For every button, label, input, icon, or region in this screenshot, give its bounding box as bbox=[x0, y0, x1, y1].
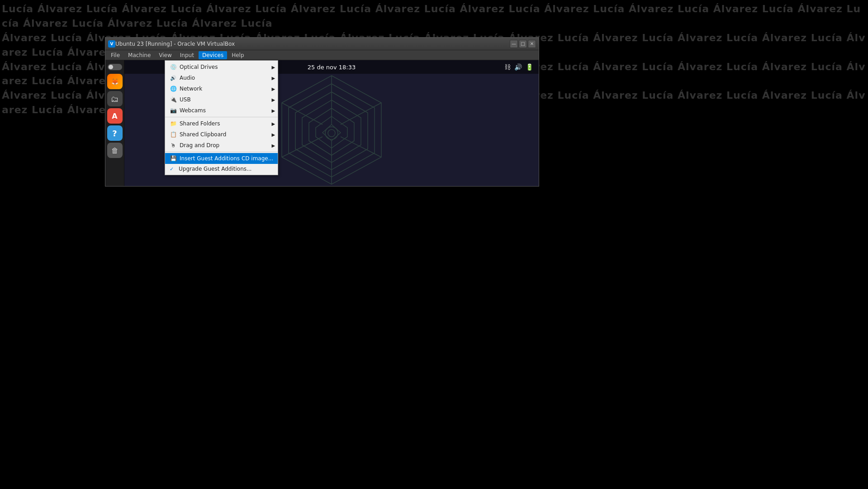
webcams-label: Webcams bbox=[180, 107, 206, 114]
dock-app-appstore[interactable]: A bbox=[107, 108, 123, 124]
usb-icon: 🔌 bbox=[170, 96, 177, 103]
volume-status-icon: 🔊 bbox=[514, 63, 522, 71]
shared-clipboard-icon: 📋 bbox=[170, 131, 177, 138]
optical-drives-label: Optical Drives bbox=[180, 64, 218, 70]
menu-item-insert-guest-additions[interactable]: 💾 Insert Guest Additions CD image... bbox=[165, 153, 278, 164]
network-label: Network bbox=[180, 86, 202, 92]
upgrade-ga-label: Upgrade Guest Additions... bbox=[179, 166, 251, 172]
menu-machine[interactable]: Machine bbox=[124, 51, 154, 59]
dock-app-help[interactable]: ? bbox=[107, 125, 123, 141]
menu-view[interactable]: View bbox=[155, 51, 175, 59]
upgrade-ga-checkmark: ✓ bbox=[170, 166, 176, 172]
network-status-icon: ⛓ bbox=[504, 63, 511, 71]
drag-drop-label: Drag and Drop bbox=[180, 142, 219, 149]
drag-drop-arrow: ▶ bbox=[271, 143, 275, 148]
insert-ga-icon: 💾 bbox=[170, 155, 177, 162]
shared-folders-label: Shared Folders bbox=[180, 120, 220, 127]
maximize-button[interactable]: □ bbox=[519, 40, 527, 48]
menu-item-shared-folders[interactable]: 📁 Shared Folders ▶ bbox=[165, 118, 278, 129]
usb-label: USB bbox=[180, 96, 191, 103]
menu-file[interactable]: File bbox=[107, 51, 123, 59]
menu-input[interactable]: Input bbox=[176, 51, 198, 59]
shared-clipboard-arrow: ▶ bbox=[271, 132, 275, 137]
svg-point-14 bbox=[325, 127, 338, 139]
audio-label: Audio bbox=[180, 75, 195, 81]
menu-help[interactable]: Help bbox=[228, 51, 247, 59]
menu-item-usb[interactable]: 🔌 USB ▶ bbox=[165, 94, 278, 105]
audio-arrow: ▶ bbox=[271, 76, 275, 81]
vm-datetime: 25 de nov 18:33 bbox=[308, 64, 356, 71]
vm-status-icons: ⛓ 🔊 🔋 bbox=[504, 63, 533, 71]
title-bar: V Ubuntu 23 [Running] - Oracle VM Virtua… bbox=[105, 38, 539, 50]
close-button[interactable]: ✕ bbox=[528, 40, 536, 48]
menu-item-optical-drives[interactable]: 💿 Optical Drives ▶ bbox=[165, 62, 278, 72]
separator-2 bbox=[165, 152, 278, 152]
menu-item-drag-drop[interactable]: 🖱 Drag and Drop ▶ bbox=[165, 140, 278, 151]
svg-point-13 bbox=[328, 129, 335, 137]
dock-toggle[interactable] bbox=[108, 64, 122, 70]
menu-item-webcams[interactable]: 📷 Webcams ▶ bbox=[165, 105, 278, 116]
minimize-button[interactable]: — bbox=[510, 40, 518, 48]
devices-dropdown-menu: 💿 Optical Drives ▶ 🔊 Audio ▶ 🌐 Network ▶… bbox=[165, 60, 278, 175]
shared-folders-icon: 📁 bbox=[170, 120, 177, 127]
optical-drives-arrow: ▶ bbox=[271, 65, 275, 70]
webcams-arrow: ▶ bbox=[271, 108, 275, 113]
title-bar-buttons: — □ ✕ bbox=[510, 40, 536, 48]
menu-item-shared-clipboard[interactable]: 📋 Shared Clipboard ▶ bbox=[165, 129, 278, 140]
virtualbox-window: V Ubuntu 23 [Running] - Oracle VM Virtua… bbox=[105, 37, 539, 187]
menu-item-audio[interactable]: 🔊 Audio ▶ bbox=[165, 72, 278, 83]
dock-app-files[interactable]: 🗂 bbox=[107, 91, 123, 106]
maze-svg bbox=[259, 74, 404, 186]
menu-item-upgrade-guest-additions[interactable]: ✓ Upgrade Guest Additions... bbox=[165, 164, 278, 174]
shared-folders-arrow: ▶ bbox=[271, 121, 275, 126]
drag-drop-icon: 🖱 bbox=[170, 142, 177, 149]
battery-status-icon: 🔋 bbox=[526, 63, 533, 71]
network-arrow: ▶ bbox=[271, 86, 275, 91]
title-bar-text: Ubuntu 23 [Running] - Oracle VM VirtualB… bbox=[115, 41, 510, 47]
audio-icon: 🔊 bbox=[170, 74, 177, 82]
menu-devices[interactable]: Devices bbox=[199, 51, 227, 59]
dock-app-firefox[interactable]: 🦊 bbox=[107, 74, 123, 89]
menu-item-network[interactable]: 🌐 Network ▶ bbox=[165, 83, 278, 94]
menu-bar: File Machine View Input Devices Help bbox=[105, 50, 539, 60]
dock: 🦊 🗂 A ? 🗑 bbox=[105, 60, 124, 186]
usb-arrow: ▶ bbox=[271, 97, 275, 102]
insert-ga-label: Insert Guest Additions CD image... bbox=[180, 155, 273, 162]
dock-app-trash[interactable]: 🗑 bbox=[107, 143, 123, 158]
webcams-icon: 📷 bbox=[170, 107, 177, 114]
shared-clipboard-label: Shared Clipboard bbox=[180, 131, 226, 138]
network-icon: 🌐 bbox=[170, 85, 177, 92]
optical-drives-icon: 💿 bbox=[170, 63, 177, 71]
separator-1 bbox=[165, 117, 278, 117]
vbox-logo-icon: V bbox=[108, 40, 115, 48]
